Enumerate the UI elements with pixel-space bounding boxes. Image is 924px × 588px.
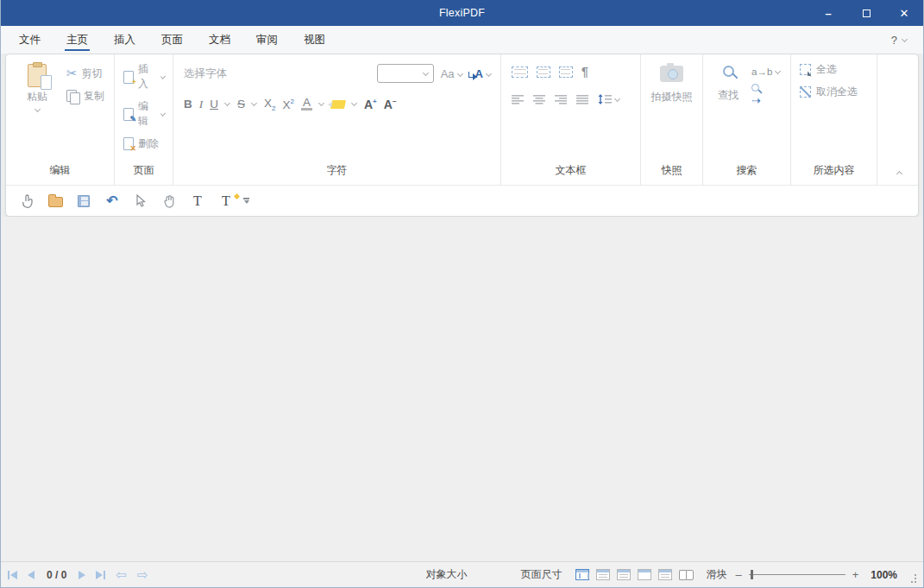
superscript-button[interactable]: X2 [282, 98, 293, 111]
collapse-ribbon-button[interactable] [896, 171, 902, 177]
status-right-cluster: 对象大小 页面尺寸 滑块 – + 100% [425, 567, 916, 582]
italic-button[interactable]: I [199, 98, 204, 111]
page-insert-button[interactable]: + 插入 [123, 62, 166, 92]
bold-button[interactable]: B [184, 98, 192, 111]
snapshot-button[interactable]: 拍摄快照 [648, 62, 695, 104]
tab-document[interactable]: 文档 [196, 26, 243, 54]
shrink-font-letter: A [384, 98, 393, 111]
close-button[interactable]: ✕ [885, 0, 923, 26]
continue-search-icon[interactable]: ⇢ [751, 97, 761, 105]
font-size-combo[interactable] [377, 64, 434, 83]
pilcrow-icon[interactable]: ¶ [581, 65, 588, 79]
tab-file[interactable]: 文件 [6, 26, 53, 54]
maximize-button[interactable] [847, 0, 885, 26]
next-page-button[interactable] [79, 571, 85, 579]
paste-label: 粘贴 [27, 90, 47, 104]
minimize-button[interactable]: – [809, 0, 847, 26]
shrink-textbox-icon[interactable] [559, 66, 573, 78]
text-tool-button[interactable]: T [190, 193, 205, 209]
align-right-icon[interactable] [555, 94, 568, 104]
shrink-font-button[interactable]: A− [384, 98, 397, 111]
paste-button[interactable]: 粘贴 [16, 62, 58, 111]
page-edit-label: 编辑 [138, 99, 154, 129]
find-button[interactable]: 查找 [715, 62, 741, 103]
zoom-slider-thumb[interactable] [751, 570, 753, 579]
underline-button[interactable]: U [210, 98, 218, 111]
grab-tool-button[interactable] [161, 193, 177, 209]
copy-button[interactable]: 复制 [66, 89, 104, 104]
change-case-button[interactable]: Aa [441, 67, 463, 80]
cut-button[interactable]: ✂ 剪切 [66, 66, 104, 81]
replace-button[interactable]: a→b [751, 63, 781, 79]
page-edit-button[interactable]: ✎ 编辑 [123, 99, 166, 129]
text-direction-button[interactable]: A [468, 67, 492, 80]
chevron-down-icon [351, 100, 357, 106]
line-spacing-button[interactable] [598, 93, 620, 105]
align-justify-icon[interactable] [576, 94, 589, 104]
tab-insert[interactable]: 插入 [101, 26, 148, 54]
zoom-level: 100% [871, 569, 897, 581]
zoom-out-button[interactable]: – [735, 568, 741, 581]
toolbar-overflow-button[interactable] [243, 198, 249, 204]
view-mode-icons [575, 569, 694, 580]
next-view-button[interactable]: ⇨ [137, 570, 148, 580]
chevron-down-icon [251, 100, 257, 106]
add-text-tool-button[interactable]: T [218, 193, 234, 209]
highlight-button[interactable] [330, 100, 346, 109]
tab-view[interactable]: 视图 [291, 26, 338, 54]
zoom-in-button[interactable]: + [852, 568, 859, 581]
search-again-icon[interactable] [751, 84, 759, 92]
page-delete-button[interactable]: ✕ 删除 [123, 136, 159, 151]
find-label: 查找 [718, 88, 739, 103]
tab-page[interactable]: 页面 [148, 26, 196, 54]
grow-font-button[interactable]: A+ [364, 98, 377, 111]
tab-review[interactable]: 审阅 [243, 26, 291, 54]
align-left-icon[interactable] [512, 94, 525, 104]
select-all-icon [800, 64, 811, 75]
resize-grip[interactable] [908, 571, 916, 579]
group-label-page: 页面 [115, 159, 173, 185]
select-all-button[interactable]: 全选 [800, 62, 837, 77]
fit-textbox-icon[interactable] [512, 66, 528, 78]
page-edit-icon: ✎ [123, 108, 134, 121]
view-facing-button[interactable] [617, 569, 631, 580]
open-file-button[interactable] [47, 193, 63, 209]
overflow-bar [243, 198, 249, 199]
tab-home[interactable]: 主页 [53, 26, 101, 54]
select-tool-button[interactable] [133, 193, 148, 209]
last-page-button[interactable] [96, 571, 105, 579]
zoom-slider[interactable] [749, 574, 845, 575]
chevron-down-icon [160, 73, 166, 79]
strikethrough-button[interactable]: S [237, 98, 245, 111]
previous-page-button[interactable] [28, 571, 35, 579]
page-delete-icon: ✕ [123, 137, 134, 150]
page-insert-label: 插入 [138, 62, 154, 92]
previous-view-button[interactable]: ⇦ [116, 570, 127, 580]
font-color-letter: A [303, 98, 311, 107]
view-continuous-button[interactable] [596, 569, 610, 580]
view-single-column-button[interactable] [638, 569, 651, 580]
paste-icon [28, 64, 47, 87]
view-book-button[interactable] [679, 570, 694, 580]
help-icon: ? [891, 34, 897, 47]
replace-icon: a→b [751, 66, 772, 77]
view-single-page-button[interactable] [575, 569, 589, 580]
subscript-button[interactable]: X2 [264, 97, 275, 112]
page-indicator[interactable]: 0 / 0 [47, 569, 66, 581]
hand-tool-button[interactable] [19, 193, 35, 209]
align-center-icon[interactable] [533, 94, 546, 104]
first-page-button[interactable] [8, 571, 17, 579]
chevron-down-icon [34, 106, 40, 112]
camera-icon [660, 66, 683, 82]
view-grid-button[interactable] [658, 569, 672, 580]
font-name-combo[interactable]: 选择字体 [184, 66, 377, 81]
undo-button[interactable]: ↶ [104, 193, 120, 209]
help-menu[interactable]: ? [891, 26, 918, 54]
save-button[interactable] [76, 193, 91, 209]
deselect-all-button[interactable]: 取消全选 [800, 85, 858, 99]
quick-toolbar: ↶ T T [6, 185, 918, 216]
grow-textbox-icon[interactable] [537, 66, 550, 78]
zoom-control: – + [735, 568, 858, 581]
font-color-button[interactable]: A [301, 98, 312, 111]
add-text-letter: T [222, 193, 230, 209]
